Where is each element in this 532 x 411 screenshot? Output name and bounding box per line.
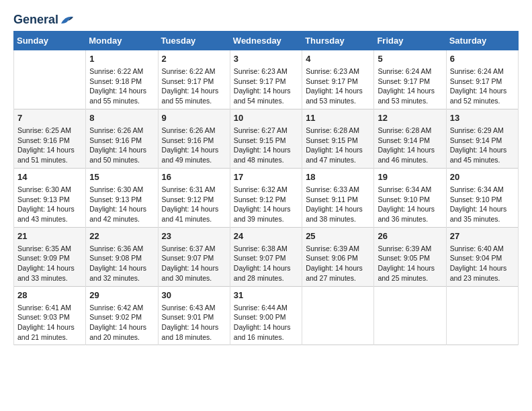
day-number: 14 xyxy=(17,171,82,183)
day-info: Sunrise: 6:36 AM Sunset: 9:08 PM Dayligh… xyxy=(89,244,154,283)
day-number: 26 xyxy=(378,230,442,242)
calendar-cell: 4Sunrise: 6:23 AM Sunset: 9:17 PM Daylig… xyxy=(302,50,374,109)
day-info: Sunrise: 6:25 AM Sunset: 9:16 PM Dayligh… xyxy=(17,126,82,165)
calendar-cell: 25Sunrise: 6:39 AM Sunset: 9:06 PM Dayli… xyxy=(302,227,374,286)
day-number: 3 xyxy=(234,53,298,65)
column-header-saturday: Saturday xyxy=(446,31,518,50)
day-info: Sunrise: 6:22 AM Sunset: 9:17 PM Dayligh… xyxy=(162,66,226,106)
calendar-cell xyxy=(14,50,86,109)
day-number: 23 xyxy=(162,230,226,242)
day-info: Sunrise: 6:22 AM Sunset: 9:18 PM Dayligh… xyxy=(89,66,154,106)
day-number: 1 xyxy=(89,53,154,65)
day-number: 9 xyxy=(162,112,226,124)
calendar-cell: 19Sunrise: 6:34 AM Sunset: 9:10 PM Dayli… xyxy=(374,168,446,227)
day-info: Sunrise: 6:26 AM Sunset: 9:16 PM Dayligh… xyxy=(89,126,154,165)
calendar-cell: 17Sunrise: 6:32 AM Sunset: 9:12 PM Dayli… xyxy=(230,168,302,227)
day-info: Sunrise: 6:37 AM Sunset: 9:07 PM Dayligh… xyxy=(162,244,226,283)
column-header-friday: Friday xyxy=(374,31,446,50)
day-number: 20 xyxy=(450,171,515,183)
calendar-cell: 11Sunrise: 6:28 AM Sunset: 9:15 PM Dayli… xyxy=(302,109,374,168)
day-number: 27 xyxy=(450,230,515,242)
day-number: 31 xyxy=(234,289,298,302)
day-number: 11 xyxy=(306,112,370,124)
calendar-cell: 29Sunrise: 6:42 AM Sunset: 9:02 PM Dayli… xyxy=(86,286,158,345)
day-number: 5 xyxy=(378,53,442,65)
calendar-cell: 6Sunrise: 6:24 AM Sunset: 9:17 PM Daylig… xyxy=(446,50,518,109)
logo: General xyxy=(13,13,75,24)
calendar-cell xyxy=(302,286,374,345)
day-number: 8 xyxy=(89,112,154,124)
day-info: Sunrise: 6:32 AM Sunset: 9:12 PM Dayligh… xyxy=(234,185,298,224)
column-header-monday: Monday xyxy=(86,31,158,50)
day-info: Sunrise: 6:27 AM Sunset: 9:15 PM Dayligh… xyxy=(234,126,298,165)
day-info: Sunrise: 6:35 AM Sunset: 9:09 PM Dayligh… xyxy=(17,244,82,283)
day-info: Sunrise: 6:44 AM Sunset: 9:00 PM Dayligh… xyxy=(234,303,298,342)
calendar-cell: 15Sunrise: 6:30 AM Sunset: 9:13 PM Dayli… xyxy=(86,168,158,227)
day-number: 21 xyxy=(17,230,82,242)
calendar-cell: 16Sunrise: 6:31 AM Sunset: 9:12 PM Dayli… xyxy=(158,168,230,227)
page-header: General xyxy=(13,13,519,24)
calendar-cell: 3Sunrise: 6:23 AM Sunset: 9:17 PM Daylig… xyxy=(230,50,302,109)
day-info: Sunrise: 6:26 AM Sunset: 9:16 PM Dayligh… xyxy=(162,126,226,165)
day-number: 24 xyxy=(234,230,298,242)
day-info: Sunrise: 6:30 AM Sunset: 9:13 PM Dayligh… xyxy=(89,185,154,224)
day-info: Sunrise: 6:34 AM Sunset: 9:10 PM Dayligh… xyxy=(378,185,442,224)
calendar-cell xyxy=(374,286,446,345)
calendar-cell: 7Sunrise: 6:25 AM Sunset: 9:16 PM Daylig… xyxy=(14,109,86,168)
calendar-cell: 30Sunrise: 6:43 AM Sunset: 9:01 PM Dayli… xyxy=(158,286,230,345)
calendar-cell: 20Sunrise: 6:34 AM Sunset: 9:10 PM Dayli… xyxy=(446,168,518,227)
day-number: 13 xyxy=(450,112,515,124)
calendar-cell: 27Sunrise: 6:40 AM Sunset: 9:04 PM Dayli… xyxy=(446,227,518,286)
day-number: 16 xyxy=(162,171,226,183)
calendar-cell: 2Sunrise: 6:22 AM Sunset: 9:17 PM Daylig… xyxy=(158,50,230,109)
calendar-cell: 22Sunrise: 6:36 AM Sunset: 9:08 PM Dayli… xyxy=(86,227,158,286)
calendar-cell: 14Sunrise: 6:30 AM Sunset: 9:13 PM Dayli… xyxy=(14,168,86,227)
day-info: Sunrise: 6:40 AM Sunset: 9:04 PM Dayligh… xyxy=(450,244,515,283)
day-info: Sunrise: 6:39 AM Sunset: 9:06 PM Dayligh… xyxy=(306,244,370,283)
day-info: Sunrise: 6:41 AM Sunset: 9:03 PM Dayligh… xyxy=(17,303,82,342)
day-number: 25 xyxy=(306,230,370,242)
day-info: Sunrise: 6:28 AM Sunset: 9:15 PM Dayligh… xyxy=(306,126,370,165)
day-info: Sunrise: 6:38 AM Sunset: 9:07 PM Dayligh… xyxy=(234,244,298,283)
calendar-table: SundayMondayTuesdayWednesdayThursdayFrid… xyxy=(13,31,519,346)
calendar-cell: 8Sunrise: 6:26 AM Sunset: 9:16 PM Daylig… xyxy=(86,109,158,168)
calendar-cell: 1Sunrise: 6:22 AM Sunset: 9:18 PM Daylig… xyxy=(86,50,158,109)
day-info: Sunrise: 6:24 AM Sunset: 9:17 PM Dayligh… xyxy=(450,66,515,106)
day-info: Sunrise: 6:29 AM Sunset: 9:14 PM Dayligh… xyxy=(450,126,515,165)
logo-bird-icon xyxy=(60,14,75,26)
day-number: 22 xyxy=(89,230,154,242)
calendar-cell: 24Sunrise: 6:38 AM Sunset: 9:07 PM Dayli… xyxy=(230,227,302,286)
calendar-cell: 10Sunrise: 6:27 AM Sunset: 9:15 PM Dayli… xyxy=(230,109,302,168)
logo-text: General xyxy=(13,13,75,27)
day-number: 12 xyxy=(378,112,442,124)
day-info: Sunrise: 6:33 AM Sunset: 9:11 PM Dayligh… xyxy=(306,185,370,224)
day-info: Sunrise: 6:42 AM Sunset: 9:02 PM Dayligh… xyxy=(89,303,154,342)
day-number: 18 xyxy=(306,171,370,183)
day-number: 17 xyxy=(234,171,298,183)
calendar-cell: 21Sunrise: 6:35 AM Sunset: 9:09 PM Dayli… xyxy=(14,227,86,286)
day-number: 29 xyxy=(89,289,154,302)
day-info: Sunrise: 6:39 AM Sunset: 9:05 PM Dayligh… xyxy=(378,244,442,283)
calendar-cell: 12Sunrise: 6:28 AM Sunset: 9:14 PM Dayli… xyxy=(374,109,446,168)
day-info: Sunrise: 6:31 AM Sunset: 9:12 PM Dayligh… xyxy=(162,185,226,224)
day-number: 7 xyxy=(17,112,82,124)
calendar-cell: 23Sunrise: 6:37 AM Sunset: 9:07 PM Dayli… xyxy=(158,227,230,286)
column-header-tuesday: Tuesday xyxy=(158,31,230,50)
calendar-cell: 5Sunrise: 6:24 AM Sunset: 9:17 PM Daylig… xyxy=(374,50,446,109)
calendar-cell xyxy=(446,286,518,345)
calendar-cell: 26Sunrise: 6:39 AM Sunset: 9:05 PM Dayli… xyxy=(374,227,446,286)
day-number: 28 xyxy=(17,289,82,302)
day-number: 6 xyxy=(450,53,515,65)
column-header-thursday: Thursday xyxy=(302,31,374,50)
day-number: 4 xyxy=(306,53,370,65)
day-info: Sunrise: 6:23 AM Sunset: 9:17 PM Dayligh… xyxy=(234,66,298,106)
day-info: Sunrise: 6:43 AM Sunset: 9:01 PM Dayligh… xyxy=(162,303,226,342)
day-info: Sunrise: 6:34 AM Sunset: 9:10 PM Dayligh… xyxy=(450,185,515,224)
day-number: 2 xyxy=(162,53,226,65)
day-info: Sunrise: 6:28 AM Sunset: 9:14 PM Dayligh… xyxy=(378,126,442,165)
day-info: Sunrise: 6:24 AM Sunset: 9:17 PM Dayligh… xyxy=(378,66,442,106)
calendar-cell: 18Sunrise: 6:33 AM Sunset: 9:11 PM Dayli… xyxy=(302,168,374,227)
calendar-cell: 31Sunrise: 6:44 AM Sunset: 9:00 PM Dayli… xyxy=(230,286,302,345)
day-number: 19 xyxy=(378,171,442,183)
calendar-cell: 28Sunrise: 6:41 AM Sunset: 9:03 PM Dayli… xyxy=(14,286,86,345)
